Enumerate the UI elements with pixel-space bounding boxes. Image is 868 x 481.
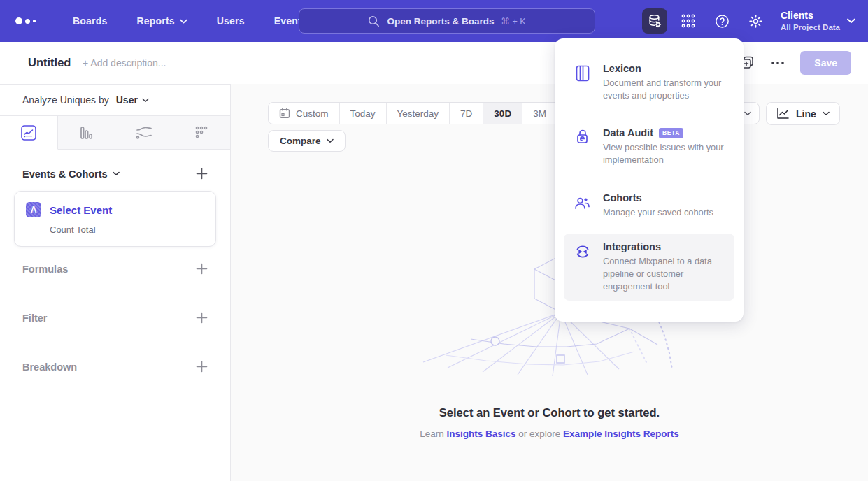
dots-grid-icon [194, 125, 209, 141]
menu-item-description: Connect Mixpanel to a data pipeline or c… [603, 255, 725, 293]
add-description-field[interactable]: + Add description... [83, 57, 166, 69]
date-range-control: Custom Today Yesterday 7D 30D 3M 6M [268, 102, 592, 124]
calendar-icon [279, 108, 290, 119]
global-search-input[interactable]: Open Reports & Boards ⌘ + K [299, 8, 595, 34]
gear-icon [748, 13, 764, 29]
add-breakdown-button[interactable] [196, 361, 208, 373]
data-management-button[interactable] [642, 8, 667, 34]
add-filter-button[interactable] [196, 312, 208, 324]
tab-line-chart[interactable] [0, 116, 58, 150]
analyze-value: User [116, 94, 138, 106]
search-icon [368, 15, 380, 27]
save-button[interactable]: Save [800, 51, 851, 75]
empty-state-title: Select an Event or Cohort to get started… [231, 406, 868, 419]
question-circle-icon [714, 13, 730, 29]
integrations-icon [574, 241, 592, 293]
menu-item-title: Data Audit [603, 127, 653, 138]
apps-grid-button[interactable] [676, 8, 701, 34]
top-navigation-bar: Boards Reports Users Events Open Reports… [0, 0, 868, 42]
empty-state-subtitle: Learn Insights Basics or explore Example… [231, 429, 868, 439]
formulas-label: Formulas [22, 264, 68, 275]
nav-item-boards[interactable]: Boards [73, 15, 107, 27]
insights-basics-link[interactable]: Insights Basics [446, 429, 515, 439]
menu-item-data-audit[interactable]: Data Audit BETA View possible issues wit… [564, 120, 734, 174]
menu-item-cohorts[interactable]: Cohorts Manage your saved cohorts [564, 185, 734, 227]
nav-item-users[interactable]: Users [217, 15, 245, 27]
project-switcher[interactable]: Clients All Project Data [781, 10, 855, 32]
ellipsis-icon [771, 61, 785, 65]
bar-chart-icon [78, 124, 94, 141]
events-cohorts-label: Events & Cohorts [22, 168, 108, 180]
formulas-section: Formulas [0, 263, 230, 275]
menu-item-title: Cohorts [603, 192, 642, 203]
date-range-yesterday[interactable]: Yesterday [387, 103, 450, 124]
chevron-down-icon [113, 171, 120, 176]
mixpanel-insights-app: Boards Reports Users Events Open Reports… [0, 0, 868, 481]
flow-icon [135, 124, 153, 141]
events-cohorts-toggle[interactable]: Events & Cohorts [22, 168, 120, 180]
analyze-label: Analyze Uniques by [22, 94, 109, 106]
date-range-30d[interactable]: 30D [483, 103, 522, 124]
mixpanel-logo-icon[interactable] [15, 17, 43, 24]
help-button[interactable] [709, 8, 734, 34]
chevron-down-icon [744, 111, 751, 116]
chart-type-tabs [0, 116, 230, 150]
data-management-dropdown: Lexicon Document and transform your even… [555, 38, 744, 322]
date-range-7d[interactable]: 7D [450, 103, 483, 124]
tab-metric-grid[interactable] [173, 116, 231, 150]
analyze-uniques-selector[interactable]: Analyze Uniques by User [0, 85, 230, 116]
breakdown-section: Breakdown [0, 361, 230, 373]
nav-item-reports-label: Reports [136, 15, 174, 27]
query-sidebar: Analyze Uniques by User [0, 84, 231, 481]
tab-flow-chart[interactable] [115, 116, 173, 150]
more-options-button[interactable] [771, 61, 785, 65]
database-gear-icon [646, 13, 663, 29]
event-selector-card[interactable]: A Select Event Count Total [14, 191, 216, 247]
settings-button[interactable] [743, 8, 768, 34]
event-metric-selector[interactable]: Count Total [50, 224, 204, 235]
audit-icon [574, 127, 592, 166]
filter-label: Filter [22, 313, 47, 324]
compare-button[interactable]: Compare [268, 130, 346, 152]
date-range-today[interactable]: Today [340, 103, 387, 124]
events-cohorts-header: Events & Cohorts [0, 168, 230, 180]
account-name: Clients [781, 10, 840, 22]
breakdown-label: Breakdown [22, 361, 77, 373]
tab-bar-chart[interactable] [58, 116, 116, 150]
menu-item-integrations[interactable]: Integrations Connect Mixpanel to a data … [564, 234, 734, 301]
menu-item-lexicon[interactable]: Lexicon Document and transform your even… [564, 55, 734, 110]
chevron-down-icon [847, 18, 855, 24]
plus-icon [196, 312, 208, 324]
beta-badge: BETA [659, 128, 683, 138]
chart-style-button[interactable]: Line [766, 102, 840, 125]
menu-item-title: Integrations [603, 241, 661, 252]
date-range-3m[interactable]: 3M [522, 103, 557, 124]
chevron-down-icon [823, 111, 830, 116]
chart-style-label: Line [796, 108, 816, 120]
report-title[interactable]: Untitled [28, 56, 71, 69]
add-event-button[interactable] [196, 168, 208, 180]
chevron-down-icon [142, 98, 149, 103]
line-style-icon [776, 108, 790, 120]
cohorts-icon [574, 192, 592, 219]
search-shortcut: ⌘ + K [501, 16, 525, 27]
chevron-down-icon [180, 19, 187, 24]
menu-item-description: View possible issues with your implement… [603, 141, 725, 166]
example-reports-link[interactable]: Example Insights Reports [563, 429, 679, 439]
menu-item-description: Manage your saved cohorts [603, 206, 713, 219]
menu-item-description: Document and transform your events and p… [603, 77, 725, 102]
grid-dots-icon [681, 13, 696, 29]
subtitle-middle: or explore [515, 429, 563, 439]
select-event-button[interactable]: Select Event [50, 204, 112, 216]
date-range-custom[interactable]: Custom [269, 103, 340, 124]
nav-item-reports[interactable]: Reports [136, 15, 187, 27]
filter-section: Filter [0, 312, 230, 324]
event-series-badge: A [26, 202, 41, 217]
add-formula-button[interactable] [196, 263, 208, 275]
plus-icon [196, 361, 208, 373]
compare-label: Compare [280, 136, 321, 146]
search-placeholder: Open Reports & Boards [387, 16, 494, 27]
chevron-down-icon [327, 138, 334, 143]
date-range-custom-label: Custom [296, 108, 329, 119]
line-chart-icon [20, 124, 37, 141]
